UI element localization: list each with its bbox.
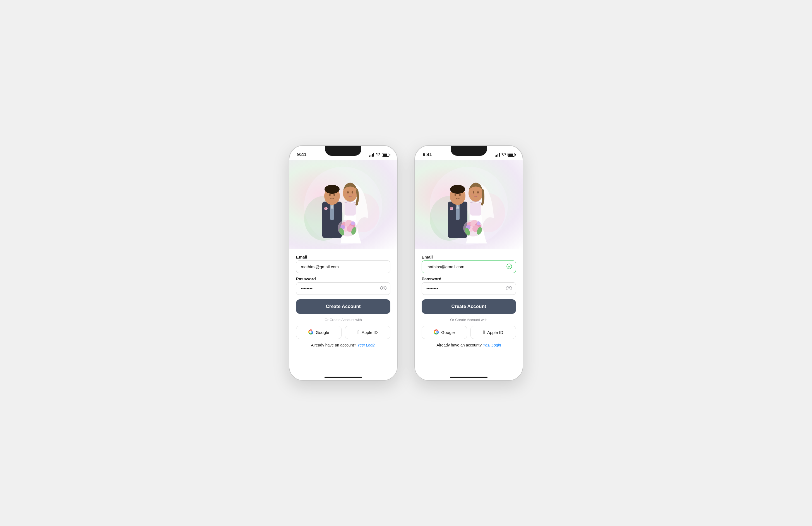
home-indicator-2 xyxy=(450,376,488,378)
divider-1: Or Create Account with xyxy=(296,318,390,322)
google-label-1: Google xyxy=(316,330,329,335)
login-row-1: Already have an account? Yes! Login xyxy=(296,343,390,347)
svg-point-54 xyxy=(477,222,480,225)
phone-2: 9:41 xyxy=(415,145,523,381)
apple-icon-1:  xyxy=(358,329,359,335)
battery-icon-2 xyxy=(508,153,515,157)
apple-label-1: Apple ID xyxy=(362,330,378,335)
login-text-2: Already have an account? xyxy=(436,343,482,347)
svg-point-28 xyxy=(382,287,385,289)
password-field-group-2: Password xyxy=(422,276,516,295)
apple-icon-2:  xyxy=(483,329,485,335)
divider-2: Or Create Account with xyxy=(422,318,516,322)
form-area-2: Email Password xyxy=(415,249,523,375)
svg-point-43 xyxy=(473,191,474,194)
status-bar-2: 9:41 xyxy=(415,146,523,160)
login-text-1: Already have an account? xyxy=(311,343,356,347)
status-time-2: 9:41 xyxy=(423,152,432,157)
svg-point-16 xyxy=(346,194,348,195)
wedding-illustration-2 xyxy=(427,162,511,249)
password-input-2[interactable] xyxy=(422,282,516,295)
social-buttons-2: Google  Apple ID xyxy=(422,326,516,339)
svg-point-38 xyxy=(459,194,461,196)
email-input-wrapper-2 xyxy=(422,260,516,273)
email-field-group-2: Email xyxy=(422,255,516,273)
apple-button-1[interactable]:  Apple ID xyxy=(345,326,390,339)
eye-icon-1[interactable] xyxy=(380,286,387,292)
hero-image-2 xyxy=(415,160,523,249)
svg-point-7 xyxy=(324,185,339,194)
svg-point-9 xyxy=(333,194,335,196)
status-icons-2 xyxy=(495,153,515,157)
svg-point-25 xyxy=(351,222,355,225)
google-button-2[interactable]: Google xyxy=(422,326,467,339)
phone-1: 9:41 xyxy=(289,145,397,381)
wedding-illustration-1 xyxy=(301,162,385,249)
password-input-1[interactable] xyxy=(296,282,390,295)
email-label-2: Email xyxy=(422,255,516,259)
svg-point-44 xyxy=(477,191,479,194)
password-input-wrapper-1 xyxy=(296,282,390,295)
login-link-1[interactable]: Yes! Login xyxy=(357,343,375,347)
svg-point-46 xyxy=(478,194,480,195)
social-buttons-1: Google  Apple ID xyxy=(296,326,390,339)
divider-text-2: Or Create Account with xyxy=(450,318,488,322)
home-indicator-1 xyxy=(324,376,362,378)
status-bar-1: 9:41 xyxy=(289,146,397,160)
google-icon-2 xyxy=(434,329,439,335)
svg-rect-41 xyxy=(470,203,481,215)
svg-point-45 xyxy=(471,194,474,195)
password-input-wrapper-2 xyxy=(422,282,516,295)
svg-point-17 xyxy=(352,194,355,195)
create-account-button-1[interactable]: Create Account xyxy=(296,299,390,314)
svg-point-11 xyxy=(324,207,326,209)
signal-icon-1 xyxy=(369,153,374,157)
hero-image-1 xyxy=(289,160,397,249)
svg-point-58 xyxy=(508,287,510,289)
phones-container: 9:41 xyxy=(289,145,523,381)
email-field-group-1: Email xyxy=(296,255,390,273)
email-label-1: Email xyxy=(296,255,390,259)
password-label-1: Password xyxy=(296,276,390,281)
signal-icon-2 xyxy=(495,153,500,157)
checkmark-icon-2 xyxy=(506,264,512,270)
google-icon-1 xyxy=(308,329,313,335)
password-label-2: Password xyxy=(422,276,516,281)
wifi-icon-1 xyxy=(376,153,380,157)
svg-point-37 xyxy=(454,194,456,196)
google-label-2: Google xyxy=(441,330,454,335)
login-link-2[interactable]: Yes! Login xyxy=(483,343,501,347)
svg-point-8 xyxy=(329,194,331,196)
email-input-wrapper-1 xyxy=(296,260,390,273)
svg-point-14 xyxy=(347,191,349,194)
svg-point-15 xyxy=(352,191,353,194)
create-account-button-2[interactable]: Create Account xyxy=(422,299,516,314)
password-field-group-1: Password xyxy=(296,276,390,295)
login-row-2: Already have an account? Yes! Login xyxy=(422,343,516,347)
form-area-1: Email Password Create Accou xyxy=(289,249,397,375)
apple-button-2[interactable]:  Apple ID xyxy=(470,326,516,339)
apple-label-2: Apple ID xyxy=(487,330,503,335)
status-time-1: 9:41 xyxy=(297,152,306,157)
google-button-1[interactable]: Google xyxy=(296,326,342,339)
battery-icon-1 xyxy=(382,153,389,157)
email-input-2[interactable] xyxy=(422,260,516,273)
svg-point-40 xyxy=(450,207,452,209)
wifi-icon-2 xyxy=(502,153,506,157)
divider-text-1: Or Create Account with xyxy=(324,318,362,322)
svg-point-57 xyxy=(507,264,512,269)
status-icons-1 xyxy=(369,153,389,157)
eye-icon-2[interactable] xyxy=(506,286,512,292)
svg-point-36 xyxy=(450,185,465,194)
svg-rect-12 xyxy=(345,203,356,215)
email-input-1[interactable] xyxy=(296,260,390,273)
